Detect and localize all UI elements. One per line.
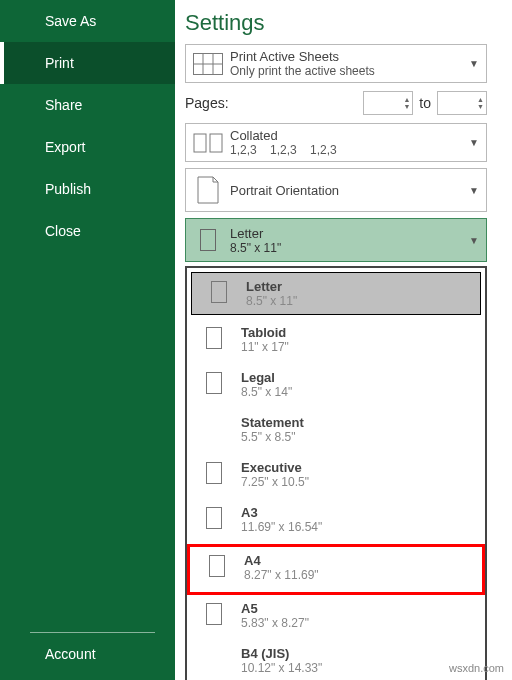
paper-option-tabloid[interactable]: Tabloid11" x 17" [187, 319, 485, 364]
paper-option-dim: 7.25" x 10.5" [241, 475, 309, 489]
backstage-sidebar: Save AsPrintShareExportPublishClose Acco… [0, 0, 175, 680]
paper-option-dim: 11" x 17" [241, 340, 289, 354]
print-what-sub: Only print the active sheets [230, 64, 462, 78]
chevron-down-icon: ▼ [462, 137, 486, 148]
paper-option-a5[interactable]: A55.83" x 8.27" [187, 595, 485, 640]
paper-option-dim: 10.12" x 14.33" [241, 661, 322, 675]
paper-size-list: Letter8.5" x 11"Tabloid11" x 17"Legal8.5… [185, 266, 487, 680]
paper-option-a4[interactable]: A48.27" x 11.69" [187, 544, 485, 595]
paper-option-name: A4 [244, 553, 319, 568]
settings-title: Settings [185, 10, 487, 36]
paper-option-name: A5 [241, 601, 309, 616]
paper-option-name: Statement [241, 415, 304, 430]
sidebar-item-share[interactable]: Share [0, 84, 175, 126]
paper-size-dropdown[interactable]: Letter 8.5" x 11" ▼ [185, 218, 487, 262]
paper-head: Letter [230, 226, 462, 241]
paper-option-legal[interactable]: Legal8.5" x 14" [187, 364, 485, 409]
paper-icon [187, 601, 241, 625]
paper-option-letter[interactable]: Letter8.5" x 11" [191, 272, 481, 315]
paper-icon [192, 279, 246, 303]
settings-panel: Settings Print Active Sheets Only print … [175, 0, 512, 680]
paper-option-a3[interactable]: A311.69" x 16.54" [187, 499, 485, 544]
paper-option-name: Legal [241, 370, 292, 385]
print-what-dropdown[interactable]: Print Active Sheets Only print the activ… [185, 44, 487, 83]
print-what-head: Print Active Sheets [230, 49, 462, 64]
paper-option-name: B4 (JIS) [241, 646, 322, 661]
chevron-down-icon: ▼ [462, 58, 486, 69]
paper-option-dim: 8.5" x 14" [241, 385, 292, 399]
paper-option-b4-jis-[interactable]: B4 (JIS)10.12" x 14.33" [187, 640, 485, 680]
paper-option-name: A3 [241, 505, 322, 520]
paper-icon [187, 505, 241, 529]
paper-option-dim: 8.5" x 11" [246, 294, 297, 308]
pages-label: Pages: [185, 95, 229, 111]
sidebar-item-close[interactable]: Close [0, 210, 175, 252]
sidebar-item-export[interactable]: Export [0, 126, 175, 168]
paper-icon [187, 370, 241, 394]
paper-sub: 8.5" x 11" [230, 241, 462, 255]
svg-rect-4 [194, 134, 206, 152]
orientation-dropdown[interactable]: Portrait Orientation ▼ [185, 168, 487, 212]
collated-sub: 1,2,3 1,2,3 1,2,3 [230, 143, 462, 157]
paper-option-dim: 5.5" x 8.5" [241, 430, 304, 444]
paper-option-executive[interactable]: Executive7.25" x 10.5" [187, 454, 485, 499]
collated-icon [186, 133, 230, 153]
paper-option-dim: 11.69" x 16.54" [241, 520, 322, 534]
orientation-head: Portrait Orientation [230, 183, 462, 198]
paper-option-statement[interactable]: Statement5.5" x 8.5" [187, 409, 485, 454]
pages-to-label: to [419, 95, 431, 111]
pages-to-spinner[interactable]: ▲▼ [437, 91, 487, 115]
collated-head: Collated [230, 128, 462, 143]
paper-icon [186, 229, 230, 251]
sidebar-item-save-as[interactable]: Save As [0, 0, 175, 42]
paper-icon [187, 325, 241, 349]
pages-from-spinner[interactable]: ▲▼ [363, 91, 413, 115]
sheet-icon [186, 53, 230, 75]
paper-icon [187, 415, 241, 417]
svg-rect-5 [210, 134, 222, 152]
paper-icon [187, 460, 241, 484]
paper-option-dim: 5.83" x 8.27" [241, 616, 309, 630]
paper-option-name: Letter [246, 279, 297, 294]
paper-option-dim: 8.27" x 11.69" [244, 568, 319, 582]
sidebar-item-print[interactable]: Print [0, 42, 175, 84]
collated-dropdown[interactable]: Collated 1,2,3 1,2,3 1,2,3 ▼ [185, 123, 487, 162]
chevron-down-icon: ▼ [462, 235, 486, 246]
watermark: wsxdn.com [449, 662, 504, 674]
portrait-icon [186, 176, 230, 204]
paper-icon [190, 553, 244, 577]
sidebar-item-publish[interactable]: Publish [0, 168, 175, 210]
paper-option-name: Executive [241, 460, 309, 475]
paper-option-name: Tabloid [241, 325, 289, 340]
paper-icon [187, 646, 241, 648]
sidebar-item-account[interactable]: Account [0, 633, 175, 675]
pages-row: Pages: ▲▼ to ▲▼ [185, 91, 487, 115]
chevron-down-icon: ▼ [462, 185, 486, 196]
